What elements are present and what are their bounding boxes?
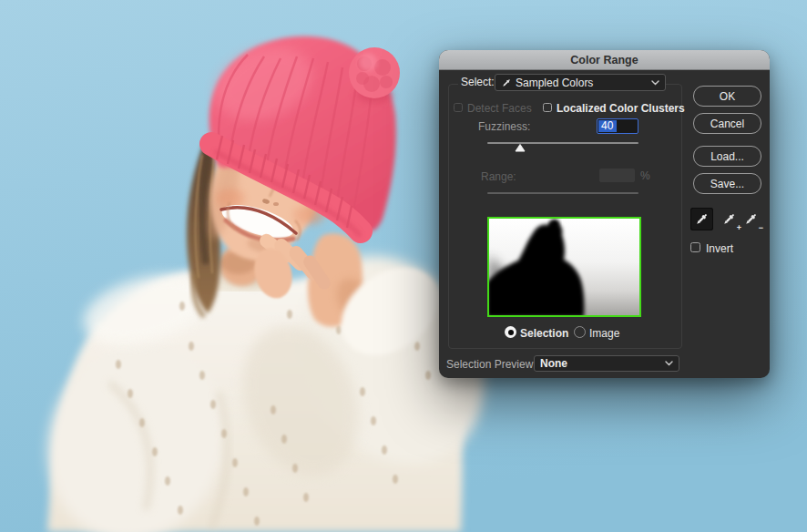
- color-range-preview[interactable]: [487, 217, 641, 317]
- select-label: Select:: [458, 76, 497, 88]
- image-radio-label: Image: [589, 327, 619, 340]
- selection-radio[interactable]: [505, 326, 516, 338]
- select-dropdown[interactable]: Sampled Colors: [495, 74, 666, 91]
- selection-mask-image: [489, 219, 639, 315]
- range-input: [599, 169, 635, 182]
- eyedropper-subtract-tool[interactable]: −: [740, 208, 762, 230]
- selection-radio-label: Selection: [520, 327, 568, 340]
- range-label: Range:: [481, 170, 516, 183]
- selection-preview-value: None: [540, 357, 567, 370]
- load-button[interactable]: Load...: [693, 146, 761, 167]
- eyedropper-icon: [694, 211, 710, 227]
- range-slider-track: [487, 192, 638, 194]
- selection-preview-label: Selection Preview:: [446, 358, 536, 371]
- fuzziness-input[interactable]: 40: [597, 118, 638, 134]
- eyedropper-icon: [501, 77, 512, 88]
- dialog-titlebar[interactable]: Color Range: [439, 50, 770, 70]
- save-button[interactable]: Save...: [693, 173, 761, 194]
- eyedropper-add-tool[interactable]: +: [718, 208, 741, 230]
- localized-clusters-checkbox[interactable]: [543, 103, 552, 112]
- invert-label: Invert: [706, 242, 733, 255]
- cancel-button[interactable]: Cancel: [693, 113, 761, 134]
- detect-faces-checkbox: [454, 103, 463, 112]
- eyedropper-plus-icon: [721, 211, 737, 227]
- chevron-down-icon: [651, 80, 659, 86]
- ok-button[interactable]: OK: [693, 86, 761, 107]
- image-radio[interactable]: [574, 326, 586, 338]
- fuzziness-value: 40: [598, 120, 617, 132]
- pom-pom: [349, 47, 400, 102]
- photoshop-canvas: Color Range Select: Sampled Colors Detec…: [0, 0, 807, 532]
- select-value: Sampled Colors: [516, 77, 593, 89]
- invert-checkbox[interactable]: [690, 242, 700, 252]
- localized-clusters-label: Localized Color Clusters: [557, 102, 685, 115]
- selection-preview-dropdown[interactable]: None: [534, 355, 679, 372]
- chevron-down-icon: [665, 361, 673, 366]
- fuzziness-slider-track[interactable]: [487, 142, 638, 144]
- dialog-title: Color Range: [570, 54, 638, 66]
- eyedropper-minus-icon: [743, 211, 759, 227]
- detect-faces-label: Detect Faces: [467, 102, 532, 115]
- fuzziness-label: Fuzziness:: [478, 120, 530, 133]
- eyedropper-tool[interactable]: [690, 208, 713, 230]
- range-unit: %: [640, 169, 650, 182]
- color-range-dialog: Color Range Select: Sampled Colors Detec…: [439, 50, 770, 378]
- fuzziness-slider-thumb[interactable]: [515, 144, 526, 152]
